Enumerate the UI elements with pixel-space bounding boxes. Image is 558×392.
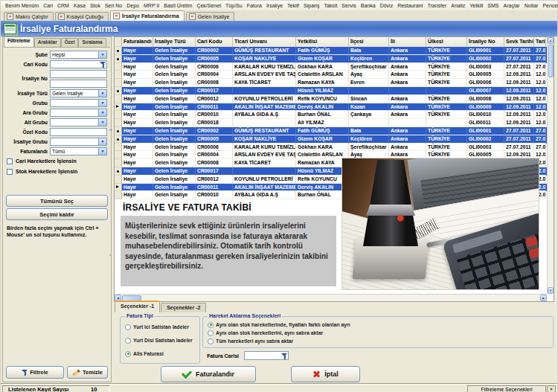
- row-selector[interactable]: [115, 151, 122, 159]
- options-tab-se-enekler-2[interactable]: Seçenekler -2: [161, 303, 206, 312]
- chevron-down-icon[interactable]: ▼: [98, 148, 106, 155]
- window-tab[interactable]: ×Kısayol Çubuğu: [55, 12, 109, 21]
- menu-item-teklif[interactable]: Teklif: [285, 3, 301, 8]
- row-selector[interactable]: [115, 191, 122, 199]
- menu-item-seri-no[interactable]: Seri No: [103, 3, 124, 8]
- row-selector[interactable]: [115, 95, 122, 103]
- field-combo[interactable]: ▼: [50, 118, 107, 126]
- filter-tab-filtreleme[interactable]: Filtreleme: [4, 36, 34, 47]
- radio-selected-icon[interactable]: [208, 322, 214, 328]
- chevron-down-icon[interactable]: ▼: [98, 109, 106, 116]
- chevron-down-icon[interactable]: ▼: [98, 90, 106, 97]
- column-header-5[interactable]: Yetkilisi: [296, 37, 349, 47]
- radio-selected-icon[interactable]: [125, 351, 131, 357]
- menu-item-i-rsaliye[interactable]: İrsaliye: [264, 3, 285, 8]
- row-selector[interactable]: [115, 111, 122, 119]
- row-selector[interactable]: [115, 87, 122, 95]
- menu-item-pencere[interactable]: Pencere: [540, 3, 558, 8]
- table-row[interactable]: HayırGelen İrsaliyeCR00010AYBALA GIDA A.…: [115, 111, 548, 119]
- vertical-scroll-thumb[interactable]: [548, 45, 554, 77]
- invoice-button[interactable]: Faturalandır: [161, 366, 256, 382]
- scroll-right-icon[interactable]: ▶: [540, 295, 547, 301]
- clean-button[interactable]: Temizle: [67, 366, 108, 379]
- menu-item-stok[interactable]: Stok: [88, 3, 103, 8]
- menu-item-analiz[interactable]: Analiz: [449, 3, 467, 8]
- select-all-button[interactable]: Tümünü Seç: [6, 195, 108, 207]
- close-icon[interactable]: ×: [7, 13, 13, 20]
- options-tab-se-enekler-1[interactable]: Seçenekler -1: [115, 301, 160, 312]
- column-header-11[interactable]: Tarih: [534, 37, 546, 47]
- field-combo[interactable]: ▼: [50, 109, 107, 117]
- radio-icon[interactable]: [125, 324, 131, 330]
- row-selector[interactable]: [115, 135, 122, 144]
- row-selector[interactable]: [115, 47, 122, 55]
- column-header-8[interactable]: Ülkesi: [426, 37, 467, 47]
- horizontal-scrollbar[interactable]: ◀ ▶: [115, 294, 547, 301]
- table-row[interactable]: HayırGelen İrsaliyeCR00006KARALAR KURU T…: [115, 63, 548, 71]
- column-header-9[interactable]: İrsaliye No: [467, 37, 504, 47]
- filter-options-button[interactable]: Filtreleme Seçenekleri: [467, 385, 546, 392]
- table-row[interactable]: HayırGelen İrsaliyeCR00005KOŞAR NAKLİYEG…: [115, 55, 548, 63]
- column-header-4[interactable]: Ticari Unvanı: [233, 37, 296, 47]
- table-row[interactable]: HayırGelen İrsaliyeCR00002GÜMÜŞ RESTAURA…: [115, 47, 548, 55]
- radio-icon[interactable]: [208, 338, 214, 344]
- table-row[interactable]: HayırGelen İrsaliyeCR00012KOYUNLU PETROL…: [115, 95, 548, 103]
- filter-options-dropdown-icon[interactable]: ▼: [547, 385, 556, 392]
- table-row[interactable]: HayırGelen İrsaliyeCR00004ARSLAN EVDEY E…: [115, 71, 548, 79]
- menu-item--ek-senet[interactable]: Çek/Senet: [194, 3, 223, 8]
- field-combo[interactable]: Tümü▼: [50, 147, 107, 155]
- menu-item-restaurant[interactable]: Restaurant: [395, 3, 425, 8]
- filter-button[interactable]: Filtrele: [6, 366, 64, 379]
- menu-item-sms[interactable]: SMS: [485, 3, 501, 8]
- fatura-carisi-input[interactable]: [244, 351, 289, 360]
- column-header-7[interactable]: İli: [389, 37, 426, 47]
- table-row[interactable]: HayırGelen İrsaliyeCR00017Hüsnü YILMAZGL…: [115, 87, 548, 95]
- chevron-down-icon[interactable]: ▼: [98, 119, 106, 126]
- chevron-down-icon[interactable]: ▼: [98, 100, 106, 106]
- field-combo[interactable]: ▼: [50, 99, 107, 107]
- cancel-button[interactable]: İptal: [291, 366, 360, 382]
- menu-item-taksit[interactable]: Taksit: [321, 3, 339, 8]
- menu-item-sipari-[interactable]: Sipariş: [301, 3, 321, 8]
- column-header-6[interactable]: İlçesi: [349, 37, 389, 47]
- row-selector[interactable]: [115, 184, 122, 192]
- field-input[interactable]: [50, 80, 107, 88]
- table-row[interactable]: HayırGelen İrsaliyeCR00006KARALAR KURU T…: [115, 144, 548, 152]
- filter-tab-sıralama[interactable]: Sıralama: [78, 38, 106, 47]
- field-combo[interactable]: ▼: [50, 138, 107, 146]
- scroll-up-icon[interactable]: ▲: [548, 37, 554, 44]
- menu-item-mrp-ii[interactable]: MRP II: [141, 3, 161, 8]
- field-input[interactable]: [50, 60, 107, 68]
- menu-item-crm[interactable]: CRM: [55, 3, 71, 8]
- row-selector[interactable]: [115, 176, 122, 184]
- menu-item-basit-retim[interactable]: Basit Üretim: [161, 3, 194, 8]
- menu-item-transfer[interactable]: Transfer: [425, 3, 449, 8]
- radio-option[interactable]: Aynı olan stok hareketlerinde, fiyatları…: [208, 321, 551, 329]
- radio-icon[interactable]: [125, 338, 131, 344]
- radio-option[interactable]: Tüm hareketleri aynı satıra aktar: [208, 338, 551, 345]
- column-header-2[interactable]: İrsaliye Türü: [153, 37, 196, 47]
- menu-item-fatura[interactable]: Fatura: [245, 3, 264, 8]
- menu-item-d-viz[interactable]: Döviz: [378, 3, 396, 8]
- column-header-10[interactable]: Sevk Tarihi: [504, 37, 534, 47]
- row-selector[interactable]: [115, 79, 122, 87]
- field-combo[interactable]: Hepsi▼: [50, 51, 107, 59]
- filter-tab-özel[interactable]: Özel: [61, 38, 79, 47]
- radio-option[interactable]: Aynı olan stok hareketlerini, aynı satır…: [208, 330, 551, 337]
- row-selector[interactable]: [115, 71, 122, 79]
- vertical-scrollbar[interactable]: ▲ ▼: [547, 37, 554, 294]
- window-tab[interactable]: ×Makro Çalıştır: [4, 12, 54, 21]
- filter-tab-aralıklar[interactable]: Aralıklar: [34, 38, 61, 47]
- window-tab[interactable]: ×Gelen İrsaliye: [186, 12, 235, 21]
- row-selector[interactable]: [115, 119, 122, 127]
- radio-option[interactable]: Yurt Disi Satistan Iadeler: [125, 337, 198, 344]
- row-selector[interactable]: [115, 144, 122, 152]
- fatura-carisi-lookup-icon[interactable]: [281, 353, 287, 359]
- table-row[interactable]: HayırGelen İrsaliyeCR00005KOŞAR NAKLİYEG…: [115, 135, 548, 144]
- menu-item-cari[interactable]: Cari: [41, 3, 55, 8]
- checkbox[interactable]: [7, 169, 13, 175]
- radio-option[interactable]: Yurt Ici Satistan Iadeler: [125, 324, 198, 331]
- chevron-down-icon[interactable]: ▼: [98, 138, 106, 145]
- column-header-3[interactable]: Cari Kodu: [196, 37, 233, 47]
- row-selector[interactable]: [115, 127, 122, 135]
